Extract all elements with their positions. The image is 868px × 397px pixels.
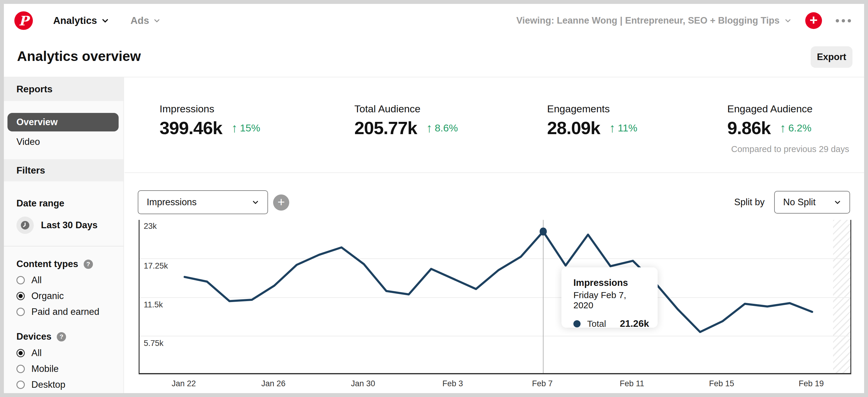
radio-label: Desktop xyxy=(31,379,65,390)
metric-delta-value: 8.6% xyxy=(435,122,458,134)
metric-delta: ↑8.6% xyxy=(426,121,458,135)
metric-select-value: Impressions xyxy=(147,197,196,208)
radio-selected-icon[interactable] xyxy=(17,292,25,300)
radio-unselected-icon[interactable] xyxy=(17,276,25,284)
up-arrow-icon: ↑ xyxy=(231,121,238,135)
radio-option-all[interactable]: All xyxy=(17,275,99,285)
split-by-control: Split by No Split xyxy=(734,191,850,214)
sidebar-item-overview[interactable]: Overview xyxy=(7,113,119,131)
up-arrow-icon: ↑ xyxy=(426,121,432,135)
metric-value: 399.46k xyxy=(160,118,222,138)
radio-option-desktop[interactable]: Desktop xyxy=(17,380,65,390)
metric-delta-value: 11% xyxy=(618,122,638,134)
chevron-down-icon xyxy=(834,198,841,206)
nav-ads-label: Ads xyxy=(131,15,149,26)
series-dot-icon xyxy=(574,320,581,327)
plus-icon: + xyxy=(810,13,818,27)
metric-delta: ↑15% xyxy=(231,121,260,135)
metric-label: Impressions xyxy=(160,103,260,115)
metric-label: Engaged Audience xyxy=(727,103,812,115)
up-arrow-icon: ↑ xyxy=(780,121,786,135)
metric-delta-value: 15% xyxy=(240,122,260,134)
pinterest-logo-icon[interactable]: P xyxy=(14,11,33,30)
metric-card-impressions: Impressions 399.46k ↑15% xyxy=(160,103,260,138)
chart-x-ticks: Jan 22Jan 26Jan 30Feb 3Feb 7Feb 11Feb 15… xyxy=(138,379,851,391)
sidebar-divider xyxy=(4,246,123,246)
radio-option-organic[interactable]: Organic xyxy=(17,291,99,301)
up-arrow-icon: ↑ xyxy=(609,121,616,135)
export-button[interactable]: Export xyxy=(811,46,852,68)
metric-value: 28.09k xyxy=(547,118,600,138)
sidebar-reports-header: Reports xyxy=(4,78,123,101)
sidebar-filters-header: Filters xyxy=(4,159,123,181)
content-types-label: Content types ? xyxy=(17,259,93,270)
nav-analytics-menu[interactable]: Analytics xyxy=(53,15,109,26)
x-axis-tick-label: Jan 22 xyxy=(172,379,196,388)
x-axis-tick-label: Feb 19 xyxy=(799,379,824,388)
radio-label: Paid and earned xyxy=(31,306,99,317)
radio-label: All xyxy=(31,275,41,285)
plus-icon: + xyxy=(278,196,285,209)
tooltip-title: Impressions xyxy=(574,277,646,288)
section-divider xyxy=(125,172,864,173)
help-icon[interactable]: ? xyxy=(84,259,93,269)
impressions-line-chart[interactable]: 23k17.25k11.5k5.75k xyxy=(138,220,851,374)
help-icon[interactable]: ? xyxy=(57,332,66,341)
sidebar-item-video[interactable]: Video xyxy=(17,136,40,147)
nav-ads-menu[interactable]: Ads xyxy=(131,15,160,26)
x-axis-tick-label: Jan 26 xyxy=(261,379,285,388)
x-axis-tick-label: Feb 15 xyxy=(709,379,734,388)
tooltip-series-name: Total xyxy=(587,319,606,329)
devices-radio-group: AllMobileDesktop xyxy=(17,348,65,390)
x-axis-tick-label: Feb 3 xyxy=(442,379,463,388)
tooltip-series-value: 21.26k xyxy=(620,318,649,329)
clock-icon xyxy=(17,217,34,234)
page-title: Analytics overview xyxy=(17,48,141,64)
metric-card-engagements: Engagements 28.09k ↑11% xyxy=(547,103,637,138)
analytics-page: P Analytics Ads Viewing: Leanne Wong | E… xyxy=(4,4,864,393)
radio-option-paid-and-earned[interactable]: Paid and earned xyxy=(17,307,99,317)
metric-value: 205.77k xyxy=(354,118,417,138)
metric-card-engaged-audience: Engaged Audience 9.86k ↑6.2% xyxy=(727,103,812,138)
chevron-down-icon xyxy=(153,17,160,24)
tooltip-date: Friday Feb 7, 2020 xyxy=(574,290,646,310)
chevron-down-icon xyxy=(101,17,109,25)
metric-delta-value: 6.2% xyxy=(788,122,811,134)
radio-label: All xyxy=(31,348,41,359)
radio-unselected-icon[interactable] xyxy=(17,380,25,389)
chart-highlight-dot xyxy=(539,227,547,236)
pinterest-logo-letter: P xyxy=(19,13,28,28)
chart-line-svg xyxy=(140,220,852,374)
metric-delta: ↑6.2% xyxy=(780,121,811,135)
sidebar: Reports Overview Video Filters Date rang… xyxy=(4,78,124,393)
metric-delta: ↑11% xyxy=(609,121,638,135)
metric-card-total-audience: Total Audience 205.77k ↑8.6% xyxy=(354,103,458,138)
split-select-dropdown[interactable]: No Split xyxy=(774,191,850,214)
radio-option-mobile[interactable]: Mobile xyxy=(17,364,65,374)
metric-label: Total Audience xyxy=(354,103,458,115)
radio-label: Mobile xyxy=(31,364,59,374)
radio-unselected-icon[interactable] xyxy=(17,365,25,373)
more-options-icon[interactable] xyxy=(836,19,851,22)
x-axis-tick-label: Feb 11 xyxy=(620,379,644,388)
comparison-note: Compared to previous 29 days xyxy=(731,144,849,154)
date-range-value: Last 30 Days xyxy=(41,220,98,231)
devices-text: Devices xyxy=(17,331,52,342)
add-metric-button[interactable]: + xyxy=(273,194,289,211)
radio-unselected-icon[interactable] xyxy=(17,308,25,316)
chevron-down-icon xyxy=(252,198,259,206)
date-range-picker[interactable]: Last 30 Days xyxy=(17,217,98,234)
chart-polyline xyxy=(185,232,812,332)
content-types-radio-group: AllOrganicPaid and earned xyxy=(17,275,99,317)
x-axis-tick-label: Jan 30 xyxy=(351,379,375,388)
radio-option-all[interactable]: All xyxy=(17,348,65,358)
title-row: Analytics overview Export xyxy=(4,37,864,78)
create-button[interactable]: + xyxy=(805,12,822,29)
split-select-value: No Split xyxy=(783,197,816,208)
main-content: Impressions 399.46k ↑15% Total Audience … xyxy=(125,78,864,393)
radio-selected-icon[interactable] xyxy=(17,349,25,357)
chart-tooltip: Impressions Friday Feb 7, 2020 Total 21.… xyxy=(561,267,658,328)
radio-label: Organic xyxy=(31,291,64,301)
viewing-account-selector[interactable]: Viewing: Leanne Wong | Entrepreneur, SEO… xyxy=(516,15,792,26)
metric-select-dropdown[interactable]: Impressions xyxy=(138,190,268,214)
